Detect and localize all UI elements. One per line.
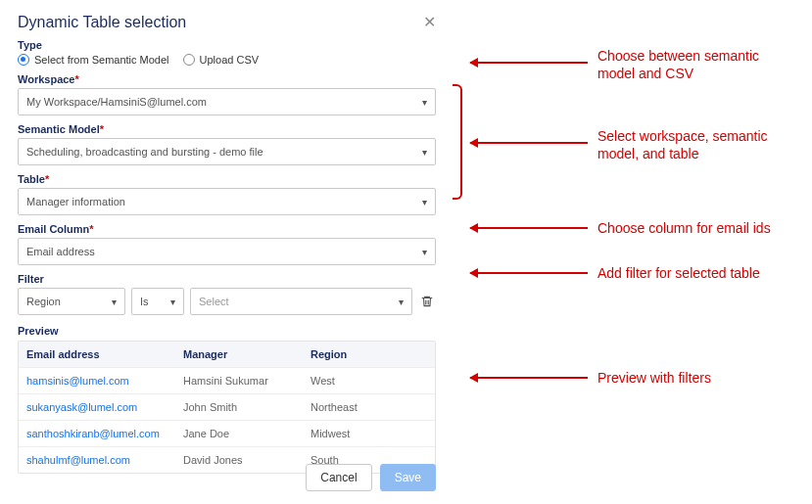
email-column-label: Email Column*	[18, 223, 436, 235]
chevron-down-icon: ▾	[399, 297, 404, 307]
cell-email[interactable]: santhoshkiranb@lumel.com	[19, 421, 175, 446]
filter-label: Filter	[18, 273, 436, 285]
chevron-down-icon: ▾	[422, 197, 427, 207]
annotation-text: Choose between semantic model and CSV	[597, 47, 759, 82]
dynamic-table-dialog: Dynamic Table selection ✕ Type Select fr…	[4, 4, 450, 501]
annotation-arrow	[470, 142, 588, 144]
chevron-down-icon: ▾	[422, 247, 427, 257]
trash-icon	[420, 295, 434, 308]
type-label: Type	[18, 39, 436, 51]
annotation-arrow	[470, 227, 588, 229]
annotation-bracket	[453, 84, 462, 200]
filter-field-value: Region	[26, 296, 61, 307]
preview-table: Email address Manager Region hamsinis@lu…	[18, 341, 436, 474]
cell-manager: Jane Doe	[175, 421, 303, 446]
annotation-text: Add filter for selected table	[597, 264, 760, 282]
annotation-text: Preview with filters	[597, 369, 711, 387]
workspace-value: My Workspace/HamsiniS@lumel.com	[26, 96, 207, 108]
table-value: Manager information	[26, 196, 125, 207]
dialog-title: Dynamic Table selection	[18, 14, 186, 31]
delete-filter-button[interactable]	[418, 293, 436, 310]
chevron-down-icon: ▾	[170, 297, 175, 307]
save-button[interactable]: Save	[380, 464, 436, 491]
close-icon[interactable]: ✕	[423, 15, 436, 30]
col-region: Region	[303, 342, 435, 367]
workspace-select[interactable]: My Workspace/HamsiniS@lumel.com ▾	[18, 88, 436, 115]
annotation-text: Select workspace, semantic model, and ta…	[597, 127, 768, 162]
chevron-down-icon: ▾	[422, 97, 427, 108]
filter-value-placeholder: Select	[199, 296, 229, 307]
annotation-text: Choose column for email ids	[597, 219, 771, 237]
radio-csv-label: Upload CSV	[200, 54, 260, 66]
radio-semantic-model[interactable]: Select from Semantic Model	[18, 54, 169, 66]
cell-manager: John Smith	[175, 394, 303, 420]
filter-field-select[interactable]: Region ▾	[18, 288, 125, 315]
radio-icon	[18, 54, 29, 66]
table-label: Table*	[18, 173, 436, 185]
table-row: santhoshkiranb@lumel.com Jane Doe Midwes…	[19, 421, 435, 447]
semantic-model-label: Semantic Model*	[18, 123, 436, 135]
workspace-label: Workspace*	[18, 73, 436, 85]
cell-email[interactable]: hamsinis@lumel.com	[19, 368, 175, 393]
radio-upload-csv[interactable]: Upload CSV	[183, 54, 260, 66]
filter-operator-value: Is	[140, 296, 149, 307]
semantic-model-value: Scheduling, broadcasting and bursting - …	[26, 146, 263, 158]
annotation-arrow	[470, 272, 588, 274]
chevron-down-icon: ▾	[112, 297, 117, 307]
cell-email[interactable]: shahulmf@lumel.com	[19, 447, 175, 473]
chevron-down-icon: ▾	[422, 147, 427, 158]
email-column-select[interactable]: Email address ▾	[18, 238, 436, 265]
col-manager: Manager	[175, 342, 303, 367]
table-row: sukanyask@lumel.com John Smith Northeast	[19, 394, 435, 421]
table-select[interactable]: Manager information ▾	[18, 188, 436, 215]
cell-manager: David Jones	[175, 447, 303, 473]
annotation-arrow	[470, 377, 588, 379]
table-row: hamsinis@lumel.com Hamsini Sukumar West	[19, 368, 435, 394]
cell-manager: Hamsini Sukumar	[175, 368, 303, 393]
semantic-model-select[interactable]: Scheduling, broadcasting and bursting - …	[18, 138, 436, 165]
cell-region: Northeast	[303, 394, 435, 420]
filter-operator-select[interactable]: Is ▾	[131, 288, 184, 315]
col-email: Email address	[19, 342, 175, 367]
cell-region: West	[303, 368, 435, 393]
cell-email[interactable]: sukanyask@lumel.com	[19, 394, 175, 420]
radio-semantic-label: Select from Semantic Model	[34, 54, 169, 66]
filter-value-select[interactable]: Select ▾	[190, 288, 412, 315]
preview-label: Preview	[18, 325, 436, 337]
cancel-button[interactable]: Cancel	[306, 464, 371, 491]
cell-region: Midwest	[303, 421, 435, 446]
table-header-row: Email address Manager Region	[19, 342, 435, 368]
radio-icon	[183, 54, 195, 66]
email-column-value: Email address	[26, 246, 95, 257]
annotation-arrow	[470, 62, 588, 64]
